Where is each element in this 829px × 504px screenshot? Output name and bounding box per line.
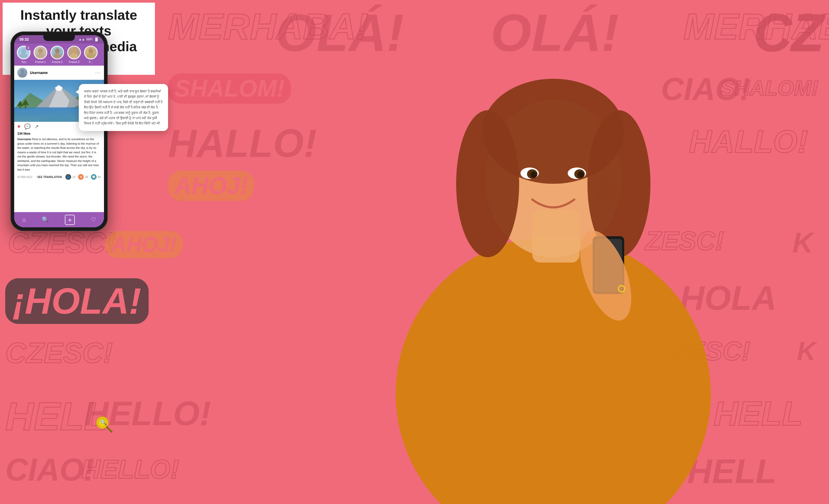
post-username: Username: [30, 71, 93, 75]
story-avatar-friend3[interactable]: [67, 46, 81, 59]
phone-mockup: 09:32 ▲▲ WiFi ▐▌: [10, 32, 108, 231]
svg-point-11: [578, 171, 584, 178]
like-button[interactable]: ♥: [17, 124, 21, 130]
stat-hearts: ♥ 06: [78, 174, 88, 180]
heart-icon: ♥: [78, 174, 84, 180]
post-user-avatar: [17, 68, 27, 78]
stat-comments: 💬 84: [91, 174, 101, 180]
story-friend2[interactable]: Friend 2: [50, 46, 64, 64]
svg-point-0: [396, 236, 711, 504]
post-stats: 👤 14 ♥ 06 💬 84: [65, 174, 101, 180]
translation-bubble: ਅਰਾਮ ਕਰਨਾ ਆਲਸ ਨਹੀਂ ਹੈ, ਅਤੇ ਕਈ ਵਾਰ ਝੂਠ ਬੋ…: [79, 84, 168, 131]
greeting-ahoj1: AHOJ!: [168, 170, 254, 201]
status-time: 09:32: [20, 37, 29, 41]
svg-point-10: [531, 171, 537, 178]
story-friend1[interactable]: Friend 1: [34, 46, 47, 64]
story-label-friend3: Friend 3: [69, 61, 79, 64]
caption-username: Username: [17, 138, 31, 141]
svg-point-23: [70, 53, 78, 59]
nav-add[interactable]: ＋: [65, 215, 75, 225]
avatar-img-friend4: [85, 46, 97, 59]
likes-count: 134 likes: [14, 131, 104, 136]
svg-point-26: [20, 69, 25, 74]
greeting-k4: K: [797, 336, 816, 366]
phone-screen: 09:32 ▲▲ WiFi ▐▌: [14, 35, 104, 227]
woman-photo-area: [317, 0, 790, 504]
svg-point-4: [456, 110, 519, 257]
nav-search[interactable]: 🔍: [42, 216, 49, 223]
greeting-czesc2: CZESC!: [5, 336, 113, 369]
greeting-hola: ¡HOLA!: [5, 278, 149, 324]
chat-icon: 💬: [91, 174, 97, 180]
status-icons: ▲▲ WiFi ▐▌: [78, 38, 99, 41]
stat-people: 👤 14: [65, 174, 75, 180]
greeting-k3: K: [793, 226, 813, 259]
comments-count: 84: [98, 176, 101, 179]
svg-point-22: [72, 48, 76, 53]
svg-point-20: [55, 48, 60, 53]
story-avatar-friend1[interactable]: [34, 46, 47, 59]
avatar-img-friend1: [34, 46, 46, 59]
nav-home[interactable]: ⌂: [22, 216, 26, 223]
story-avatar-friend2[interactable]: [50, 46, 64, 59]
translation-text: ਅਰਾਮ ਕਰਨਾ ਆਲਸ ਨਹੀਂ ਹੈ, ਅਤੇ ਕਈ ਵਾਰ ਝੂਠ ਬੋ…: [84, 89, 163, 126]
see-translation[interactable]: · SEE TRANSLATION: [36, 176, 62, 179]
story-label-friend1: Friend 1: [35, 61, 46, 64]
stories-bar[interactable]: You 2 Friend 1: [14, 44, 104, 66]
svg-point-21: [53, 53, 62, 59]
post-more-options[interactable]: ···: [95, 70, 101, 76]
phone-notch: [43, 35, 75, 41]
svg-point-18: [38, 48, 43, 53]
avatar-img-friend3: [68, 46, 80, 59]
svg-point-27: [19, 74, 26, 77]
post-header: Username ···: [14, 66, 104, 80]
phone-outer-shell: 09:32 ▲▲ WiFi ▐▌: [10, 32, 108, 231]
battery-icon: ▐▌: [94, 38, 99, 41]
nav-like[interactable]: ♡: [91, 216, 96, 223]
story-you-wrapper[interactable]: You 2: [17, 46, 31, 64]
greeting-ciao2: CIAO!: [5, 452, 95, 488]
post-time-row: 30 MIN AGO · SEE TRANSLATION 👤 14 ♥ 06 💬…: [14, 173, 104, 181]
greeting-hello3: HELLO!: [81, 454, 179, 484]
notification-badge: 2: [26, 45, 31, 50]
story-label-you: You: [21, 61, 26, 64]
story-friend3[interactable]: Friend 3: [67, 46, 81, 64]
people-icon: 👤: [65, 174, 71, 180]
svg-point-25: [87, 53, 95, 59]
comment-button[interactable]: 💬: [24, 123, 31, 130]
greeting-hallo1: HALLO!: [168, 121, 317, 166]
svg-point-17: [19, 53, 28, 59]
bottom-nav: ⌂ 🔍 ＋ ♡: [14, 212, 104, 227]
svg-line-45: [107, 427, 112, 432]
signal-icon: ▲▲: [78, 38, 85, 41]
story-label-friend2: Friend 2: [52, 61, 63, 64]
wifi-icon: WiFi: [86, 38, 93, 41]
time-ago: 30 MIN AGO: [17, 176, 32, 179]
story-friend4[interactable]: F...: [84, 46, 98, 64]
story-label-friend4: F...: [89, 61, 93, 64]
post-caption: Username Rest is not idleness, and to li…: [14, 136, 104, 173]
caption-text: Rest is not idleness, and to lie sometim…: [17, 138, 99, 171]
hearts-count: 06: [85, 176, 88, 179]
people-count: 14: [72, 176, 75, 179]
magnify-icon-wrapper: 🔍: [95, 415, 113, 433]
story-avatar-friend4[interactable]: [84, 46, 98, 59]
greeting-shalom1: SHALOM!: [168, 74, 291, 104]
share-button[interactable]: ↗: [34, 123, 39, 130]
avatar-img-friend2: [51, 46, 63, 59]
greeting-ahoj2: AHOJ!: [105, 231, 183, 258]
svg-text:🔍: 🔍: [100, 419, 107, 426]
svg-point-24: [88, 48, 93, 53]
svg-point-16: [21, 48, 26, 54]
svg-point-19: [36, 53, 45, 59]
